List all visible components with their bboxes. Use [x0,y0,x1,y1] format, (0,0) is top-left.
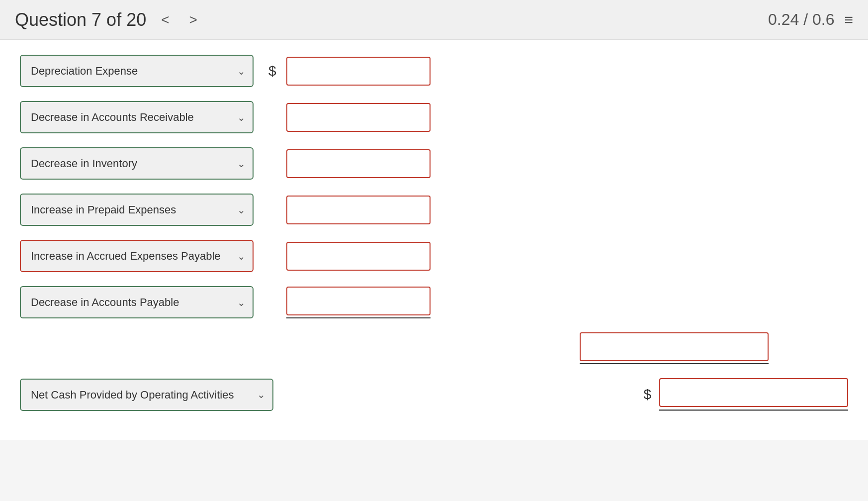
question-label: Question 7 of 20 [15,9,146,30]
main-content: Depreciation Expense ⌄ $ Decrease in Acc… [0,40,868,440]
dropdown-wrapper-3: Decrease in Inventory ⌄ [20,147,254,180]
form-row-1: Depreciation Expense ⌄ $ [20,55,848,87]
form-row-6: Decrease in Accounts Payable ⌄ $ [20,286,848,318]
next-button[interactable]: > [184,10,202,30]
net-cash-dropdown-wrapper: Net Cash Provided by Operating Activitie… [20,379,273,411]
amount-input-6[interactable] [286,287,431,315]
net-cash-dropdown[interactable]: Net Cash Provided by Operating Activitie… [20,379,273,411]
dropdown-2[interactable]: Decrease in Accounts Receivable [20,101,254,133]
header-left: Question 7 of 20 < > [15,9,202,30]
form-row-5: Increase in Accrued Expenses Payable ⌄ $ [20,240,848,272]
form-row-4: Increase in Prepaid Expenses ⌄ $ [20,194,848,226]
dropdown-wrapper-1: Depreciation Expense ⌄ [20,55,254,87]
net-cash-row: Net Cash Provided by Operating Activitie… [20,378,848,411]
dropdown-wrapper-2: Decrease in Accounts Receivable ⌄ [20,101,254,133]
subtotal-input[interactable] [580,332,769,361]
amount-input-3[interactable] [286,149,431,178]
amount-input-2[interactable] [286,103,431,132]
net-cash-input-wrapper [659,378,848,411]
header-right: 0.24 / 0.6 ≡ [768,10,853,29]
amount-input-1[interactable] [286,57,431,86]
form-row-3: Decrease in Inventory ⌄ $ [20,147,848,180]
dollar-sign-1: $ [268,63,278,79]
dropdown-4[interactable]: Increase in Prepaid Expenses [20,194,254,226]
subtotal-wrapper [580,332,769,364]
amount-input-4[interactable] [286,196,431,224]
dropdown-wrapper-6: Decrease in Accounts Payable ⌄ [20,286,254,318]
dropdown-5[interactable]: Increase in Accrued Expenses Payable [20,240,254,272]
net-cash-input[interactable] [659,378,848,407]
menu-icon[interactable]: ≡ [844,11,853,28]
dropdown-3[interactable]: Decrease in Inventory [20,147,254,180]
prev-button[interactable]: < [156,10,174,30]
net-cash-dollar: $ [643,387,651,402]
dropdown-wrapper-5: Increase in Accrued Expenses Payable ⌄ [20,240,254,272]
amount-input-5[interactable] [286,242,431,271]
header: Question 7 of 20 < > 0.24 / 0.6 ≡ [0,0,868,40]
form-row-2: Decrease in Accounts Receivable ⌄ $ [20,101,848,133]
score-label: 0.24 / 0.6 [768,10,834,29]
dropdown-6[interactable]: Decrease in Accounts Payable [20,286,254,318]
dropdown-wrapper-4: Increase in Prepaid Expenses ⌄ [20,194,254,226]
dropdown-1[interactable]: Depreciation Expense [20,55,254,87]
